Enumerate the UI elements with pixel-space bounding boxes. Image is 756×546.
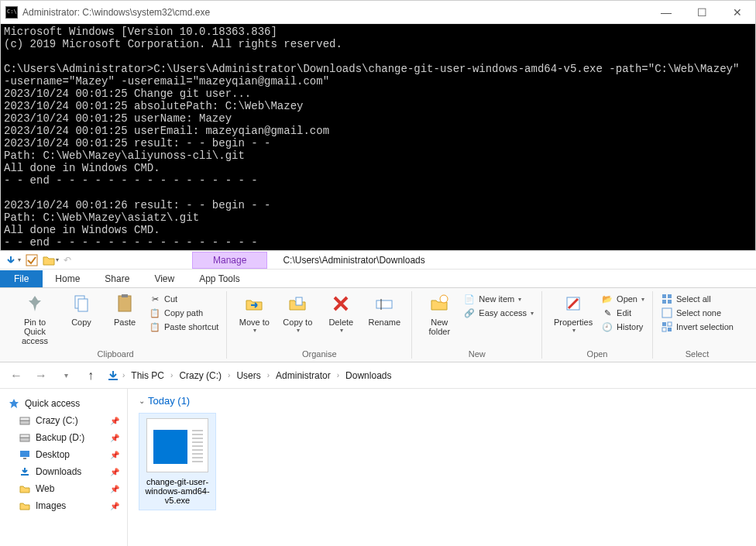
manage-tab[interactable]: Manage: [192, 252, 267, 269]
minimize-button[interactable]: —: [648, 1, 684, 24]
qa-down-icon[interactable]: ▾: [5, 254, 21, 266]
svg-rect-24: [23, 458, 26, 459]
select-all-button[interactable]: Select all: [661, 293, 734, 305]
svg-rect-15: [662, 322, 666, 326]
sidebar-item-desktop[interactable]: Desktop 📌: [3, 446, 124, 463]
paste-shortcut-button[interactable]: 📋Paste shortcut: [149, 321, 218, 333]
rename-button[interactable]: Rename: [365, 291, 404, 327]
qa-folder-icon[interactable]: ▾: [43, 254, 59, 266]
pin-icon: 📌: [110, 485, 119, 493]
drive-icon: [19, 414, 31, 427]
invert-selection-button[interactable]: Invert selection: [661, 321, 734, 333]
tab-app-tools[interactable]: App Tools: [187, 270, 252, 287]
tab-home[interactable]: Home: [43, 270, 92, 287]
crumb-1[interactable]: Crazy (C:): [176, 369, 225, 383]
pin-to-quick-access-button[interactable]: Pin to Quick access: [12, 291, 57, 345]
svg-rect-19: [20, 421, 29, 424]
svg-rect-17: [668, 322, 672, 326]
file-list[interactable]: ⌄ Today (1) change-git-user-windows-amd6…: [128, 389, 756, 546]
file-name: change-git-user-windows-amd64-v5.exe: [144, 477, 211, 505]
crumb-4[interactable]: Downloads: [342, 369, 394, 383]
desktop-icon: [19, 448, 31, 461]
ribbon: Pin to Quick access Copy Paste ✂Cut 📋Cop…: [0, 288, 756, 362]
svg-rect-6: [376, 300, 392, 308]
tab-share[interactable]: Share: [92, 270, 142, 287]
sidebar-item-web[interactable]: Web 📌: [3, 480, 124, 497]
select-none-button[interactable]: Select none: [661, 307, 734, 319]
tab-file[interactable]: File: [0, 270, 43, 287]
pin-icon: 📌: [110, 468, 119, 476]
svg-rect-11: [668, 294, 672, 298]
svg-rect-23: [20, 451, 29, 457]
svg-rect-22: [20, 434, 29, 438]
file-thumbnail: [146, 418, 208, 472]
cmd-titlebar[interactable]: Administrator: C:\windows\system32\cmd.e…: [1, 1, 755, 24]
maximize-button[interactable]: ☐: [684, 1, 720, 24]
properties-button[interactable]: Properties ▾: [550, 291, 596, 334]
qa-check-icon[interactable]: [26, 254, 38, 266]
svg-rect-16: [668, 328, 672, 331]
svg-rect-12: [662, 300, 666, 304]
breadcrumb[interactable]: › This PC› Crazy (C:)› Users› Administra…: [107, 369, 394, 383]
delete-button[interactable]: Delete ▾: [321, 291, 360, 334]
explorer-quick-toolbar: ▾ ▾ ↶ Manage C:\Users\Administrator\Down…: [0, 251, 756, 270]
svg-rect-25: [21, 474, 29, 476]
crumb-2[interactable]: Users: [233, 369, 263, 383]
new-folder-button[interactable]: New folder: [420, 291, 459, 336]
easy-access-button[interactable]: 🔗Easy access▾: [463, 307, 534, 319]
pin-icon: 📌: [110, 502, 119, 510]
explorer-body: Quick access Crazy (C:) 📌 Backup (D:) 📌 …: [0, 389, 756, 546]
new-item-button[interactable]: 📄New item▾: [463, 293, 534, 305]
ribbon-tabs: File Home Share View App Tools: [0, 270, 756, 288]
copy-path-button[interactable]: 📋Copy path: [149, 307, 218, 319]
sidebar-item-crazy[interactable]: Crazy (C:) 📌: [3, 412, 124, 429]
sidebar-item-downloads[interactable]: Downloads 📌: [3, 463, 124, 480]
pin-icon: 📌: [110, 451, 119, 459]
drive-icon: [19, 431, 31, 444]
cut-button[interactable]: ✂Cut: [149, 293, 218, 305]
sidebar: Quick access Crazy (C:) 📌 Backup (D:) 📌 …: [0, 389, 128, 546]
paste-button[interactable]: Paste: [105, 291, 144, 327]
address-bar: ← → ▾ ↑ › This PC› Crazy (C:)› Users› Ad…: [0, 362, 756, 389]
chevron-down-icon: ⌄: [139, 397, 145, 405]
cmd-title: Administrator: C:\windows\system32\cmd.e…: [22, 7, 648, 18]
svg-rect-20: [20, 417, 29, 421]
qa-undo-icon[interactable]: ↶: [64, 255, 71, 266]
file-item[interactable]: change-git-user-windows-amd64-v5.exe: [139, 413, 216, 510]
move-to-button[interactable]: Move to ▾: [235, 291, 273, 334]
svg-rect-18: [662, 328, 666, 331]
svg-rect-14: [662, 308, 672, 318]
folder-icon: [19, 482, 31, 495]
cmd-output[interactable]: Microsoft Windows [Version 10.0.18363.83…: [1, 24, 755, 250]
svg-rect-13: [668, 300, 672, 304]
sidebar-item-images[interactable]: Images 📌: [3, 497, 124, 514]
open-button[interactable]: 📂Open▾: [601, 293, 644, 305]
crumb-0[interactable]: This PC: [128, 369, 167, 383]
svg-point-8: [440, 295, 448, 303]
copy-button[interactable]: Copy: [62, 291, 101, 327]
recent-chevron[interactable]: ▾: [57, 367, 74, 384]
svg-rect-3: [119, 296, 131, 311]
svg-rect-5: [296, 297, 302, 305]
svg-rect-10: [662, 294, 666, 298]
back-button[interactable]: ←: [8, 367, 25, 384]
downloads-icon: [107, 369, 119, 382]
history-button[interactable]: 🕘History: [601, 321, 644, 333]
sidebar-quick-access[interactable]: Quick access: [3, 395, 124, 412]
sidebar-item-backup[interactable]: Backup (D:) 📌: [3, 429, 124, 446]
svg-rect-2: [78, 299, 88, 311]
crumb-3[interactable]: Administrator: [273, 369, 334, 383]
cmd-window: Administrator: C:\windows\system32\cmd.e…: [0, 0, 756, 251]
edit-button[interactable]: ✎Edit: [601, 307, 644, 319]
tab-view[interactable]: View: [142, 270, 187, 287]
close-button[interactable]: ✕: [720, 1, 755, 24]
forward-button[interactable]: →: [33, 367, 50, 384]
group-header-today[interactable]: ⌄ Today (1): [139, 395, 745, 407]
folder-icon: [19, 500, 31, 512]
pin-icon: 📌: [110, 417, 119, 425]
copy-to-button[interactable]: Copy to ▾: [278, 291, 317, 334]
explorer-title-path: C:\Users\Administrator\Downloads: [283, 255, 424, 266]
up-button[interactable]: ↑: [82, 367, 99, 384]
pin-icon: 📌: [110, 434, 119, 442]
svg-rect-4: [122, 294, 128, 297]
